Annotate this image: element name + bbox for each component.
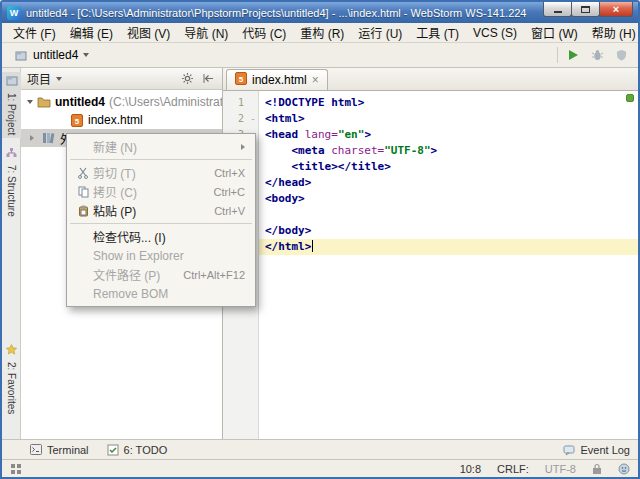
run-configuration-selector[interactable]: untitled4 [10, 47, 93, 63]
gear-icon[interactable] [179, 71, 195, 87]
run-button[interactable] [564, 46, 582, 64]
editor-line[interactable]: 9</body> [223, 223, 638, 239]
tree-collapsed-icon[interactable] [27, 135, 37, 141]
menu-7[interactable]: 运行 (U) [351, 23, 409, 42]
inspection-status-indicator[interactable] [626, 94, 634, 102]
menu-4[interactable]: 导航 (N) [177, 23, 235, 42]
webstorm-window: W untitled4 - [C:\Users\Administrator\Ph… [0, 0, 640, 479]
project-icon [6, 75, 18, 89]
editor-line[interactable]: 5 <title></title> [223, 159, 638, 175]
terminal-icon [30, 444, 42, 455]
line-ending-indicator[interactable]: CRLF: [497, 463, 529, 475]
code-token: </html> [265, 240, 311, 253]
context-menu-item-label: 检查代码... (I) [93, 228, 245, 245]
context-menu-item[interactable]: Remove BOM [68, 284, 254, 303]
code-line-area: </html> [259, 239, 638, 255]
code-text: <meta charset="UTF-8"> [259, 143, 638, 159]
editor-line[interactable]: 8 [223, 207, 638, 223]
menu-9[interactable]: VCS (S) [466, 25, 524, 41]
context-menu-item[interactable]: 剪切 (T)Ctrl+X [68, 163, 254, 182]
code-token: <!DOCTYPE html> [265, 96, 364, 109]
context-menu-item-label: Remove BOM [93, 287, 245, 301]
title-bar[interactable]: W untitled4 - [C:\Users\Administrator\Ph… [2, 2, 638, 23]
event-log-button[interactable]: Event Log [563, 444, 630, 456]
context-menu-item[interactable]: 新建 (N) [68, 137, 254, 156]
code-text: <body> [259, 191, 638, 207]
code-token: lang= [305, 128, 338, 141]
menu-bar: 文件 (F)编辑 (E)视图 (V)导航 (N)代码 (C)重构 (R)运行 (… [2, 23, 638, 43]
editor-area: 5 index.html × 1<!DOCTYPE html>2-<html>3… [223, 68, 638, 439]
run-config-icon [14, 48, 28, 62]
context-menu-item[interactable]: 拷贝 (C)Ctrl+C [68, 182, 254, 201]
tree-expanded-icon[interactable] [27, 100, 33, 104]
editor-line[interactable]: 3-<head lang="en"> [223, 127, 638, 143]
maximize-button[interactable] [571, 2, 600, 17]
code-token: </head> [265, 176, 311, 189]
menu-8[interactable]: 工具 (T) [409, 23, 466, 42]
tree-node[interactable]: untitled4 (C:\Users\Administrato [21, 93, 222, 111]
code-token: <title></title> [292, 160, 391, 173]
close-button[interactable]: × [599, 2, 633, 17]
code-line-area: <title></title> [259, 159, 638, 175]
encoding-indicator[interactable]: UTF-8 [545, 463, 576, 475]
caret-position[interactable]: 10:8 [460, 463, 481, 475]
code-token [265, 160, 292, 173]
folder-icon [37, 96, 51, 108]
code-text: <head lang="en"> [259, 127, 638, 143]
menu-11[interactable]: 帮助 (H) [585, 23, 640, 42]
code-token: "en" [338, 128, 365, 141]
chevron-down-icon [83, 53, 89, 57]
line-number: 1 [223, 95, 247, 111]
context-menu-item[interactable]: 粘贴 (P)Ctrl+V [68, 201, 254, 220]
chevron-down-icon[interactable] [56, 77, 62, 81]
menu-6[interactable]: 重构 (R) [293, 23, 351, 42]
terminal-button[interactable]: Terminal [30, 444, 89, 456]
editor-line[interactable]: 6</head> [223, 175, 638, 191]
code-editor[interactable]: 1<!DOCTYPE html>2-<html>3-<head lang="en… [223, 91, 638, 439]
context-menu-item[interactable]: 检查代码... (I) [68, 227, 254, 246]
menu-2[interactable]: 编辑 (E) [63, 23, 120, 42]
editor-line[interactable]: 10</html> [223, 239, 638, 255]
debug-button[interactable] [588, 46, 606, 64]
tab-close-icon[interactable]: × [312, 74, 319, 86]
menu-3[interactable]: 视图 (V) [120, 23, 177, 42]
minimize-icon [554, 11, 562, 13]
hide-panel-icon[interactable] [200, 71, 216, 87]
line-number: 2 [223, 111, 247, 127]
maximize-icon [581, 6, 590, 13]
star-icon [6, 344, 17, 358]
menu-5[interactable]: 代码 (C) [235, 23, 293, 42]
stripe-button--structure[interactable]: 7: Structure [2, 144, 21, 220]
code-line-area: <html> [259, 111, 638, 127]
menu-separator [70, 223, 252, 224]
menu-10[interactable]: 窗口 (W) [524, 23, 585, 42]
tree-node-path: (C:\Users\Administrato [109, 95, 222, 109]
run-with-coverage-button[interactable] [612, 46, 630, 64]
stripe-button-label: 7: Structure [6, 165, 17, 217]
menu-1[interactable]: 文件 (F) [6, 23, 63, 42]
fold-column [247, 95, 259, 111]
editor-tab-index-html[interactable]: 5 index.html × [226, 69, 328, 90]
fold-marker-icon[interactable]: - [247, 111, 259, 127]
editor-line[interactable]: 2-<html> [223, 111, 638, 127]
stripe-button-label: 2: Favorites [6, 362, 17, 414]
code-text: <title></title> [259, 159, 638, 175]
editor-line[interactable]: 1<!DOCTYPE html> [223, 95, 638, 111]
stripe-button--favorites[interactable]: 2: Favorites [2, 341, 21, 417]
lock-icon[interactable] [592, 463, 602, 475]
stripe-button-label: 1: Project [6, 93, 17, 135]
context-menu-item-shortcut: Ctrl+C [214, 186, 245, 198]
editor-line[interactable]: 4 <meta charset="UTF-8"> [223, 143, 638, 159]
toolwindow-switcher-icon[interactable] [10, 463, 22, 475]
context-menu-item[interactable]: Show in Explorer [68, 246, 254, 265]
minimize-button[interactable] [543, 2, 572, 17]
tree-node[interactable]: 5index.html [21, 111, 222, 129]
editor-line[interactable]: 7-<body> [223, 191, 638, 207]
hector-inspector-icon[interactable] [618, 463, 630, 475]
todo-button[interactable]: 6: TODO [107, 444, 168, 456]
stripe-button--project[interactable]: 1: Project [2, 72, 21, 138]
main-toolbar: untitled4 [2, 43, 638, 68]
context-menu-item[interactable]: 文件路径 (P)Ctrl+Alt+F12 [68, 265, 254, 284]
context-menu-item-label: 拷贝 (C) [93, 183, 202, 200]
code-token: <head [265, 128, 305, 141]
